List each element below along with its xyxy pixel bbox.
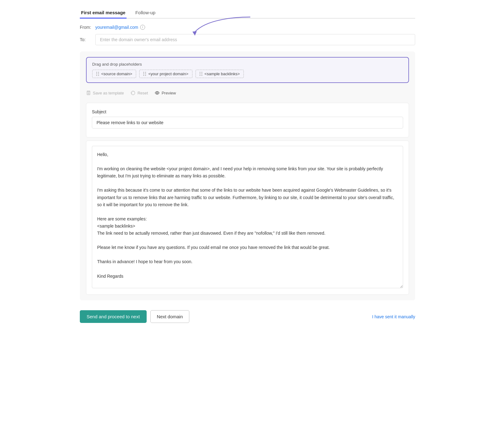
drag-dots [200, 72, 203, 76]
info-icon[interactable]: i [140, 25, 145, 30]
from-email-address: youremail@gmail.com [95, 25, 138, 30]
chip-project-domain-label: <your project domain> [148, 72, 188, 76]
to-label: To: [80, 37, 92, 42]
preview-button[interactable]: Preview [155, 90, 176, 95]
placeholder-box: Drag and drop placeholders <source domai… [86, 57, 409, 83]
save-template-label: Save as template [93, 91, 124, 95]
tab-first-email[interactable]: First email message [80, 7, 127, 19]
subject-input[interactable] [92, 117, 403, 128]
editor-card: Drag and drop placeholders <source domai… [80, 51, 415, 300]
from-label: From: [80, 25, 92, 30]
next-domain-button[interactable]: Next domain [150, 310, 189, 323]
to-email-input[interactable] [95, 34, 415, 45]
svg-point-2 [157, 92, 158, 94]
chip-project-domain[interactable]: <your project domain> [139, 70, 192, 78]
reset-label: Reset [137, 91, 148, 95]
reset-icon [131, 90, 136, 95]
preview-label: Preview [161, 91, 176, 95]
reset-button[interactable]: Reset [131, 90, 148, 95]
from-row: From: youremail@gmail.com i [80, 25, 415, 30]
drag-dots [143, 72, 146, 76]
preview-icon [155, 90, 160, 95]
send-proceed-button[interactable]: Send and proceed to next [80, 310, 147, 323]
to-row-wrapper: To: [80, 34, 415, 45]
chip-sample-backlinks-label: <sample backlinks> [204, 72, 240, 76]
subject-label: Subject [92, 109, 403, 114]
tab-follow-up[interactable]: Follow-up [134, 7, 157, 19]
save-icon [86, 90, 91, 95]
drag-dots [96, 72, 99, 76]
sent-manually-button[interactable]: I have sent it manually [372, 314, 415, 319]
placeholder-box-title: Drag and drop placeholders [92, 62, 403, 67]
placeholder-chips: <source domain> <your project domain> <s… [92, 70, 403, 78]
bottom-left-actions: Send and proceed to next Next domain [80, 310, 189, 323]
chip-source-domain-label: <source domain> [101, 72, 132, 76]
save-template-button[interactable]: Save as template [86, 90, 124, 95]
chip-source-domain[interactable]: <source domain> [92, 70, 136, 78]
bottom-bar: Send and proceed to next Next domain I h… [80, 308, 415, 323]
editor-toolbar: Save as template Reset Preview [86, 88, 409, 100]
body-textarea[interactable] [92, 146, 403, 288]
to-row: To: [80, 34, 415, 45]
from-email-display: youremail@gmail.com i [95, 25, 145, 30]
chip-sample-backlinks[interactable]: <sample backlinks> [196, 70, 244, 78]
tab-bar: First email message Follow-up [80, 7, 415, 19]
subject-section: Subject [86, 103, 409, 137]
body-section [86, 141, 409, 295]
